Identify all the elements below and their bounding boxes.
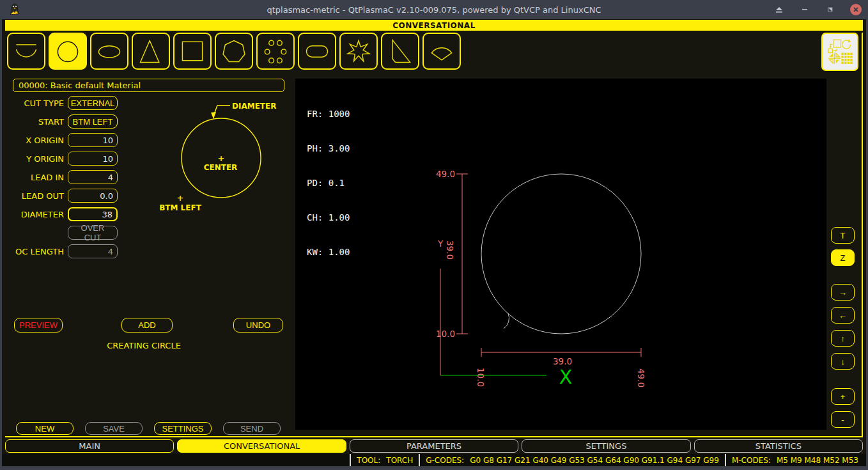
shape-sector-button[interactable] bbox=[422, 33, 461, 70]
send-button[interactable]: SEND bbox=[223, 422, 281, 435]
shape-triangle-button[interactable] bbox=[132, 33, 170, 70]
pan-up-button[interactable]: ↑ bbox=[831, 330, 855, 347]
restore-icon bbox=[826, 6, 834, 13]
lead-in-input[interactable] bbox=[68, 170, 118, 184]
x-axis: X bbox=[440, 366, 572, 388]
tab-main[interactable]: MAIN bbox=[5, 439, 174, 453]
zoom-in-button[interactable]: + bbox=[831, 388, 855, 405]
star-icon bbox=[345, 36, 373, 67]
block-operations-button[interactable] bbox=[821, 33, 858, 71]
shape-ellipse-button[interactable] bbox=[90, 33, 128, 70]
x-axis-label: X bbox=[559, 366, 573, 388]
triangle-icon bbox=[137, 36, 165, 67]
dim-x-left-value: 10.0 bbox=[476, 368, 486, 387]
pan-right-button[interactable]: → bbox=[831, 284, 855, 301]
shape-line-button[interactable] bbox=[7, 33, 45, 70]
diameter-label: DIAMETER bbox=[6, 210, 64, 219]
tab-settings[interactable]: SETTINGS bbox=[522, 439, 690, 453]
preview-canvas[interactable]: FR: 1000 PH: 3.00 PD: 0.1 CH: 1.00 KW: 1… bbox=[295, 79, 826, 430]
over-cut-row: OVER CUT bbox=[6, 226, 288, 240]
x-origin-input[interactable] bbox=[68, 133, 118, 147]
circle-icon bbox=[54, 36, 82, 67]
restore-button[interactable] bbox=[825, 4, 836, 15]
window-title: qtplasmac-metric - QtPlasmaC v2.10-009.0… bbox=[0, 5, 868, 15]
oc-length-label: OC LENGTH bbox=[6, 247, 64, 256]
view-z-button[interactable]: Z bbox=[831, 249, 855, 266]
close-button[interactable] bbox=[850, 4, 862, 15]
over-cut-button[interactable]: OVER CUT bbox=[68, 226, 118, 240]
polygon-icon bbox=[220, 36, 248, 67]
lead-out-input[interactable] bbox=[68, 189, 118, 203]
shape-bolt-circle-button[interactable] bbox=[256, 33, 295, 70]
tab-statistics[interactable]: STATISTICS bbox=[694, 439, 863, 453]
sector-icon bbox=[428, 36, 456, 67]
preview-button[interactable]: PREVIEW bbox=[14, 318, 63, 333]
lead-in-label: LEAD IN bbox=[6, 173, 64, 182]
gcodes-status: G-CODES: G0 G8 G17 G21 G40 G49 G53 G54 G… bbox=[419, 454, 725, 466]
view-top-button[interactable]: T bbox=[831, 227, 855, 244]
tab-parameters[interactable]: PARAMETERS bbox=[350, 439, 518, 453]
tab-conversational[interactable]: CONVERSATIONAL bbox=[177, 439, 346, 453]
cut-type-button[interactable]: EXTERNAL bbox=[68, 96, 118, 110]
zoom-out-button[interactable]: - bbox=[831, 411, 855, 428]
shape-gusset-button[interactable] bbox=[381, 33, 419, 70]
shape-circle-button[interactable] bbox=[49, 33, 87, 70]
oc-length-row: OC LENGTH bbox=[6, 244, 288, 258]
dim-x-right-value: 49.0 bbox=[636, 368, 646, 388]
minimize-icon bbox=[801, 6, 809, 13]
title-bar[interactable]: qtplasmac-metric - QtPlasmaC v2.10-009.0… bbox=[0, 0, 868, 19]
pan-down-button[interactable]: ↓ bbox=[831, 353, 855, 370]
save-button[interactable]: SAVE bbox=[85, 422, 143, 435]
gusset-icon bbox=[386, 36, 414, 67]
diagram-btm-left-label: BTM LEFT bbox=[160, 203, 202, 212]
settings-button[interactable]: SETTINGS bbox=[154, 422, 212, 435]
material-combobox[interactable]: 00000: Basic default Material bbox=[13, 79, 284, 92]
pan-left-button[interactable]: ← bbox=[831, 307, 855, 324]
bottom-frame-border bbox=[5, 436, 863, 437]
dimension-lines: 49.0 10.0 39.0 39.0 10.0 49.0 Y bbox=[436, 169, 646, 388]
new-button[interactable]: NEW bbox=[16, 422, 74, 435]
lead-out-label: LEAD OUT bbox=[6, 191, 64, 201]
start-label: START bbox=[6, 117, 64, 127]
window-bottom-edge bbox=[0, 466, 868, 470]
eject-icon bbox=[775, 6, 783, 13]
btm-left-plus-marker: + bbox=[177, 193, 184, 203]
oc-length-input[interactable] bbox=[68, 244, 118, 258]
y-origin-input[interactable] bbox=[68, 152, 118, 166]
window-controls bbox=[773, 0, 862, 19]
app-window: qtplasmac-metric - QtPlasmaC v2.10-009.0… bbox=[0, 0, 868, 470]
cut-type-label: CUT TYPE bbox=[6, 98, 64, 108]
window-left-edge bbox=[0, 19, 2, 470]
slot-icon bbox=[303, 36, 331, 67]
tool-status-label: TOOL: bbox=[357, 456, 380, 465]
line-icon bbox=[12, 36, 40, 67]
y-origin-label: Y ORIGIN bbox=[6, 154, 64, 164]
tool-status-value: TORCH bbox=[386, 456, 413, 465]
center-plus-marker: + bbox=[218, 153, 225, 163]
dim-width-value: 39.0 bbox=[553, 356, 572, 366]
diameter-arrowhead-icon bbox=[211, 112, 216, 119]
dim-height-value: 39.0 bbox=[445, 240, 455, 260]
dim-top-value: 49.0 bbox=[436, 169, 455, 179]
undo-button[interactable]: UNDO bbox=[233, 318, 283, 333]
gcodes-status-value: G0 G8 G17 G21 G40 G49 G53 G54 G64 G90 G9… bbox=[470, 456, 719, 465]
mcodes-status-value: M5 M9 M48 M52 M53 bbox=[777, 456, 858, 465]
mcodes-status: M-CODES: M5 M9 M48 M52 M53 bbox=[725, 454, 864, 466]
creating-status-text: CREATING CIRCLE bbox=[64, 341, 224, 350]
diagram-center-label: CENTER bbox=[204, 163, 238, 172]
diameter-input[interactable] bbox=[68, 207, 118, 221]
main-tab-bar: MAIN CONVERSATIONAL PARAMETERS SETTINGS … bbox=[5, 439, 863, 453]
start-point-button[interactable]: BTM LEFT bbox=[68, 114, 118, 129]
shade-button[interactable] bbox=[773, 4, 785, 15]
shape-rectangle-button[interactable] bbox=[173, 33, 212, 70]
close-icon bbox=[853, 6, 859, 13]
bolt-circle-icon bbox=[261, 36, 290, 67]
shape-star-button[interactable] bbox=[339, 33, 378, 70]
lead-in-arc bbox=[504, 313, 509, 329]
array-icon bbox=[841, 53, 852, 64]
shape-polygon-button[interactable] bbox=[215, 33, 253, 70]
add-button[interactable]: ADD bbox=[121, 318, 173, 333]
minimize-button[interactable] bbox=[799, 4, 810, 15]
shape-slot-button[interactable] bbox=[298, 33, 336, 70]
diameter-leader-line bbox=[213, 106, 230, 116]
